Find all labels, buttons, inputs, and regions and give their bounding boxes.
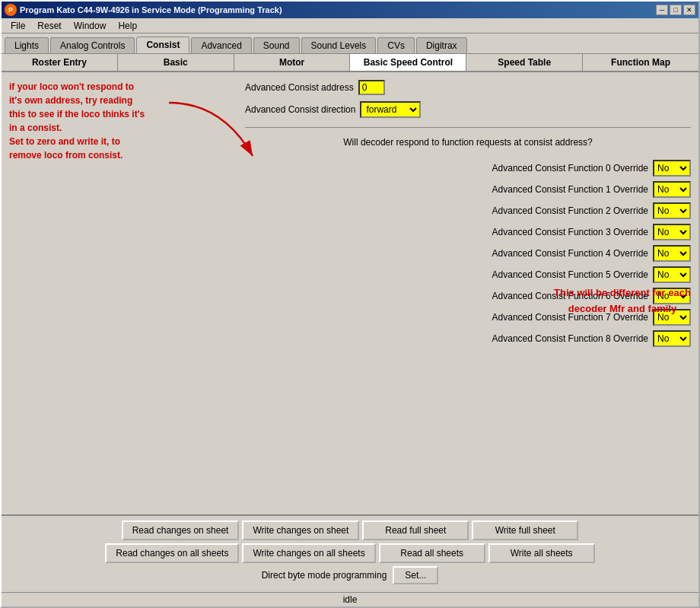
- override-select-1[interactable]: NoYes: [653, 181, 691, 198]
- hint-line4: in a consist.: [9, 123, 62, 133]
- override-label-8: Advanced Consist Function 8 Override: [245, 333, 648, 344]
- override-label-1: Advanced Consist Function 1 Override: [245, 184, 648, 195]
- hint-line3: this to see if the loco thinks it's: [9, 109, 145, 119]
- override-label-0: Advanced Consist Function 0 Override: [245, 163, 648, 173]
- hint-line6: remove loco from consist.: [9, 150, 123, 161]
- status-bar: idle: [2, 592, 698, 606]
- tab-lights[interactable]: Lights: [5, 37, 49, 53]
- write-all-sheets-button[interactable]: Write all sheets: [488, 543, 595, 563]
- tab-consist[interactable]: Consist: [136, 37, 189, 53]
- title-buttons: ─ □ ✕: [656, 5, 695, 15]
- tab-digitrax[interactable]: Digitrax: [416, 37, 467, 53]
- override-select-5[interactable]: NoYes: [653, 266, 691, 283]
- read-changes-on-all-sheets-button[interactable]: Read changes on all sheets: [105, 543, 239, 563]
- override-select-3[interactable]: NoYes: [653, 224, 691, 240]
- override-row-5: Advanced Consist Function 5 Override NoY…: [245, 266, 691, 283]
- hint-line1: if your loco won't respond to: [9, 81, 134, 92]
- override-row-4: Advanced Consist Function 4 Override NoY…: [245, 245, 691, 262]
- override-select-2[interactable]: NoYes: [653, 202, 691, 219]
- subtab-basic-speed-control[interactable]: Basic Speed Control: [350, 54, 466, 71]
- direct-byte-row: Direct byte mode programming Set...: [9, 566, 691, 584]
- tab-bar: Lights Analog Controls Consist Advanced …: [2, 33, 698, 53]
- write-full-sheet-button[interactable]: Write full sheet: [472, 520, 578, 540]
- override-label-2: Advanced Consist Function 2 Override: [245, 205, 648, 216]
- maximize-button[interactable]: □: [670, 5, 682, 15]
- subtab-roster-entry[interactable]: Roster Entry: [2, 54, 118, 71]
- menu-window[interactable]: Window: [68, 19, 113, 33]
- subtab-speed-table[interactable]: Speed Table: [466, 54, 583, 71]
- main-content: if your loco won't respond to it's own a…: [2, 72, 698, 514]
- bottom-btn-row2: Read changes on all sheets Write changes…: [9, 543, 691, 563]
- decoder-note-line1: This will be different for each: [554, 287, 691, 298]
- consist-direction-select[interactable]: forward reverse: [360, 101, 421, 118]
- subtab-basic[interactable]: Basic: [118, 54, 234, 71]
- tab-cvs[interactable]: CVs: [377, 37, 415, 53]
- override-label-3: Advanced Consist Function 3 Override: [245, 227, 648, 237]
- tab-analog-controls[interactable]: Analog Controls: [50, 37, 135, 53]
- read-changes-on-sheet-button[interactable]: Read changes on sheet: [122, 520, 240, 540]
- subtab-motor[interactable]: Motor: [234, 54, 351, 71]
- bottom-section: Read changes on sheet Write changes on s…: [2, 514, 698, 592]
- override-row-3: Advanced Consist Function 3 Override NoY…: [245, 224, 691, 240]
- override-label-5: Advanced Consist Function 5 Override: [245, 269, 648, 280]
- hint-line2: it's own address, try reading: [9, 95, 132, 106]
- tab-sound-levels[interactable]: Sound Levels: [301, 37, 377, 53]
- write-changes-on-all-sheets-button[interactable]: Write changes on all sheets: [242, 543, 375, 563]
- tab-sound[interactable]: Sound: [253, 37, 300, 53]
- read-all-sheets-button[interactable]: Read all sheets: [379, 543, 485, 563]
- separator: [245, 127, 691, 128]
- direct-byte-label: Direct byte mode programming: [262, 570, 387, 581]
- set-button[interactable]: Set...: [393, 566, 438, 584]
- title-bar: P Program Kato C44-9W-4926 in Service Mo…: [2, 2, 698, 18]
- window-title: Program Kato C44-9W-4926 in Service Mode…: [20, 5, 282, 14]
- main-window: P Program Kato C44-9W-4926 in Service Mo…: [0, 0, 700, 608]
- title-bar-left: P Program Kato C44-9W-4926 in Service Mo…: [5, 4, 282, 16]
- menu-reset[interactable]: Reset: [31, 19, 67, 33]
- consist-address-row: Advanced Consist address 0: [245, 80, 691, 95]
- subtab-function-map[interactable]: Function Map: [583, 54, 698, 71]
- consist-direction-label: Advanced Consist direction: [245, 104, 355, 115]
- write-changes-on-sheet-button[interactable]: Write changes on sheet: [242, 520, 359, 540]
- decoder-note-line2: decoder Mfr and family: [568, 303, 676, 314]
- status-text: idle: [343, 594, 358, 605]
- override-row-8: Advanced Consist Function 8 Override NoY…: [245, 330, 691, 347]
- override-row-0: Advanced Consist Function 0 Override NoY…: [245, 160, 691, 177]
- menu-help[interactable]: Help: [112, 19, 143, 33]
- consist-address-label: Advanced Consist address: [245, 82, 354, 93]
- override-select-8[interactable]: NoYes: [653, 330, 691, 347]
- bottom-btn-row1: Read changes on sheet Write changes on s…: [9, 520, 691, 540]
- hint-line5: Set to zero and write it, to: [9, 136, 120, 147]
- override-select-4[interactable]: NoYes: [653, 245, 691, 262]
- override-list: Advanced Consist Function 0 Override NoY…: [245, 160, 691, 347]
- decoder-note: This will be different for each decoder …: [554, 285, 691, 317]
- menu-file[interactable]: File: [5, 19, 31, 33]
- subtab-bar: Roster Entry Basic Motor Basic Speed Con…: [2, 53, 698, 72]
- consist-address-input[interactable]: 0: [358, 80, 385, 95]
- read-full-sheet-button[interactable]: Read full sheet: [362, 520, 469, 540]
- app-icon: P: [5, 4, 17, 16]
- close-button[interactable]: ✕: [683, 5, 695, 15]
- menu-bar: File Reset Window Help: [2, 18, 698, 33]
- consist-direction-row: Advanced Consist direction forward rever…: [245, 101, 691, 118]
- override-select-0[interactable]: NoYes: [653, 160, 691, 177]
- tab-advanced[interactable]: Advanced: [191, 37, 251, 53]
- minimize-button[interactable]: ─: [656, 5, 668, 15]
- question-text: Will decoder respond to function request…: [245, 137, 691, 148]
- override-row-2: Advanced Consist Function 2 Override NoY…: [245, 202, 691, 219]
- override-row-1: Advanced Consist Function 1 Override NoY…: [245, 181, 691, 198]
- override-label-4: Advanced Consist Function 4 Override: [245, 248, 648, 259]
